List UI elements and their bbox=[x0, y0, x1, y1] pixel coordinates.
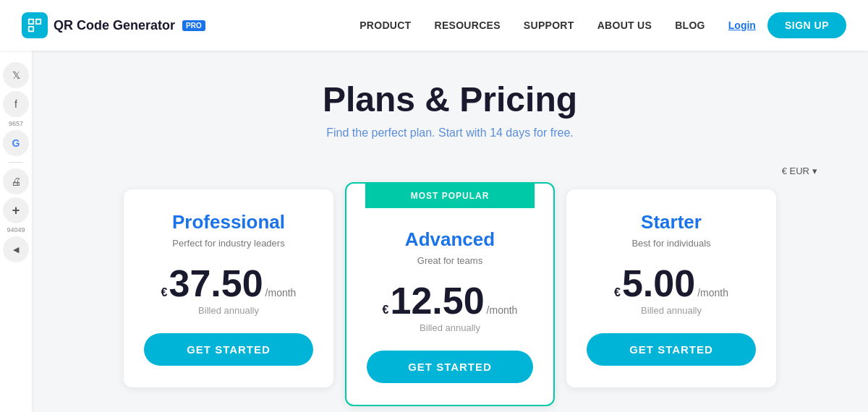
svg-rect-8 bbox=[37, 30, 39, 32]
pro-badge: PRO bbox=[182, 20, 205, 31]
plan-card-starter: Starter Best for individuals € 5.00 /mon… bbox=[566, 189, 776, 387]
plus-icon[interactable]: + bbox=[3, 197, 29, 223]
price-period-professional: /month bbox=[265, 287, 297, 299]
price-amount-starter: 5.00 bbox=[622, 265, 695, 302]
billed-note-professional: Billed annually bbox=[144, 305, 313, 316]
currency-symbol-advanced: € bbox=[383, 304, 389, 317]
facebook-count: 9657 bbox=[9, 120, 23, 127]
sidebar: 𝕏 f 9657 G 🖨 + 94049 ◀ bbox=[0, 51, 32, 412]
sidebar-divider bbox=[9, 162, 23, 163]
svg-rect-6 bbox=[37, 27, 39, 30]
plan-desc-starter: Best for individuals bbox=[587, 238, 756, 249]
plan-desc-advanced: Great for teams bbox=[367, 255, 533, 266]
plans-row: Professional Perfect for industry leader… bbox=[75, 182, 825, 412]
nav-support[interactable]: SUPPORT bbox=[524, 20, 574, 31]
plan-name-starter: Starter bbox=[587, 211, 756, 233]
plan-card-professional: Professional Perfect for industry leader… bbox=[124, 189, 333, 387]
price-row-starter: € 5.00 /month bbox=[587, 265, 756, 302]
svg-rect-5 bbox=[30, 27, 33, 31]
nav-product[interactable]: PRODUCT bbox=[359, 20, 411, 31]
get-started-advanced[interactable]: GET STARTED bbox=[367, 351, 533, 383]
logo-area: QR Code Generator PRO bbox=[22, 12, 205, 38]
main-content: Plans & Pricing Find the perfect plan. S… bbox=[32, 51, 868, 412]
nav-about-us[interactable]: ABOUT US bbox=[597, 20, 652, 31]
login-button[interactable]: Login bbox=[728, 20, 756, 31]
plan-card-advanced: MOST POPULAR Advanced Great for teams € … bbox=[345, 182, 555, 406]
pricing-subtitle: Find the perfect plan. Start with 14 day… bbox=[75, 126, 825, 140]
get-started-starter[interactable]: GET STARTED bbox=[587, 333, 756, 366]
currency-label: € EUR bbox=[782, 166, 809, 176]
svg-rect-7 bbox=[39, 27, 41, 30]
most-popular-banner: MOST POPULAR bbox=[365, 184, 535, 208]
signup-button[interactable]: SIGN UP bbox=[767, 12, 846, 38]
get-started-professional[interactable]: GET STARTED bbox=[144, 333, 313, 366]
plan-desc-professional: Perfect for industry leaders bbox=[144, 238, 313, 249]
price-amount-advanced: 12.50 bbox=[390, 282, 484, 319]
price-period-starter: /month bbox=[697, 287, 728, 299]
header: QR Code Generator PRO PRODUCT RESOURCES … bbox=[0, 0, 868, 51]
plan-name-advanced: Advanced bbox=[367, 228, 533, 251]
plus-count: 94049 bbox=[7, 226, 25, 233]
svg-rect-3 bbox=[30, 20, 33, 24]
billed-note-starter: Billed annually bbox=[587, 305, 756, 316]
nav-blog[interactable]: BLOG bbox=[675, 20, 705, 31]
pricing-title: Plans & Pricing bbox=[75, 80, 825, 119]
billed-note-advanced: Billed annually bbox=[367, 322, 533, 333]
nav-resources[interactable]: RESOURCES bbox=[434, 20, 500, 31]
price-row-professional: € 37.50 /month bbox=[144, 265, 313, 302]
twitter-icon[interactable]: 𝕏 bbox=[3, 62, 29, 88]
print-icon[interactable]: 🖨 bbox=[3, 168, 29, 194]
svg-rect-4 bbox=[37, 20, 41, 24]
header-actions: Login SIGN UP bbox=[728, 12, 846, 38]
google-icon[interactable]: G bbox=[3, 130, 29, 156]
currency-selector[interactable]: € EUR ▾ bbox=[782, 166, 817, 176]
price-row-advanced: € 12.50 /month bbox=[367, 282, 533, 319]
logo-text: QR Code Generator bbox=[54, 18, 175, 33]
main-nav: PRODUCT RESOURCES SUPPORT ABOUT US BLOG bbox=[359, 20, 705, 31]
pricing-header: Plans & Pricing Find the perfect plan. S… bbox=[75, 80, 825, 140]
currency-row: € EUR ▾ bbox=[75, 166, 825, 176]
currency-symbol-professional: € bbox=[161, 286, 168, 299]
currency-symbol-starter: € bbox=[614, 286, 621, 299]
price-period-advanced: /month bbox=[487, 304, 518, 316]
plan-name-professional: Professional bbox=[144, 211, 313, 233]
facebook-icon[interactable]: f bbox=[3, 91, 29, 117]
arrow-left-icon[interactable]: ◀ bbox=[3, 236, 29, 262]
price-amount-professional: 37.50 bbox=[169, 265, 263, 302]
logo-icon[interactable] bbox=[22, 12, 48, 38]
chevron-down-icon: ▾ bbox=[812, 166, 817, 176]
